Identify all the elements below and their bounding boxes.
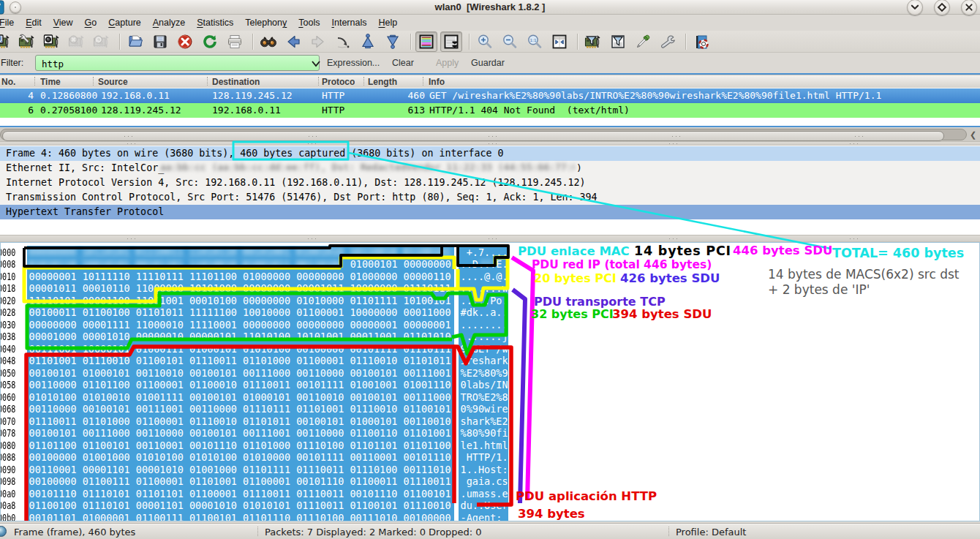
details-row-2[interactable]: Internet Protocol Version 4, Src: 192.16… (0, 176, 980, 190)
column-header-time[interactable]: Time (40, 77, 91, 87)
column-header-source[interactable]: Source (98, 77, 204, 87)
help-contents-button[interactable] (690, 31, 712, 52)
splitter-grip-dots (306, 143, 318, 145)
menu-statistics[interactable]: Statistics (191, 16, 239, 29)
colorize-button[interactable] (415, 31, 437, 52)
menu-file[interactable]: File (0, 16, 20, 29)
hex-row-0098[interactable]: 009800100000 01100111 01100001 01101001 … (1, 475, 980, 487)
hex-ascii: ........ (461, 319, 508, 331)
preferences-button[interactable] (657, 31, 679, 52)
packet-row-6[interactable]: 60.27058100128.119.245.12192.168.0.11HTT… (0, 103, 980, 118)
hex-row-0088[interactable]: 008800100000 01001000 01010100 01010100 … (1, 451, 980, 463)
hex-offset: 0008 (0, 258, 15, 270)
go-to-packet-button[interactable] (332, 31, 354, 52)
column-header-no[interactable]: No. (1, 77, 32, 87)
packet-list-hscrollbar[interactable]: ❮ (0, 128, 980, 141)
column-separator[interactable] (34, 77, 35, 86)
display-filters-button[interactable] (607, 31, 629, 52)
go-bottom-button[interactable] (382, 31, 404, 52)
expert-info-led[interactable] (0, 526, 7, 537)
hex-row-0060[interactable]: 006001010100 01010010 01001111 00100101 … (1, 391, 980, 403)
filter-clear-button[interactable]: Clear (392, 58, 414, 68)
close-capture-button[interactable] (174, 31, 196, 52)
go-back-button[interactable] (282, 31, 304, 52)
hex-row-00a0[interactable]: 00a000101110 01110101 01101101 01100001 … (1, 487, 980, 500)
capture-options-button[interactable] (16, 31, 38, 52)
capture-start-icon (43, 33, 61, 50)
hex-row-0008[interactable]: 000801010110 10010101 00101101 11010010 … (1, 257, 980, 270)
go-forward-button (307, 31, 329, 52)
menu-internals[interactable]: Internals (325, 16, 372, 29)
hex-row-0058[interactable]: 005800110000 01101100 01100001 01100010 … (1, 378, 980, 391)
hex-row-0000[interactable]: 000000000000 10110101 01110011 11010110 … (1, 246, 980, 258)
menu-capture[interactable]: Capture (102, 16, 146, 29)
hex-row-0080[interactable]: 008001101100 01100101 00110001 00101110 … (1, 439, 980, 451)
hex-row-0078[interactable]: 007800100101 00111000 00110000 00100101 … (1, 426, 980, 439)
column-separator[interactable] (93, 77, 94, 86)
column-separator[interactable] (363, 77, 364, 86)
auto-scroll-button[interactable] (440, 31, 462, 52)
hex-row-0038[interactable]: 003800001000 00001010 00000010 00000101 … (1, 330, 980, 342)
hex-row-0050[interactable]: 005000100101 01000101 00110010 00100101 … (1, 366, 980, 379)
filter-guardar-button[interactable]: Guardar (471, 58, 505, 68)
details-row-1[interactable]: Ethernet II, Src: IntelCor_aa:bb:cc (aa:… (0, 161, 980, 176)
close-button[interactable] (961, 0, 977, 15)
pane-splitter-lower[interactable] (0, 235, 980, 242)
menu-telephony[interactable]: Telephony (239, 16, 293, 29)
zoom-in-button[interactable] (474, 31, 496, 52)
hex-row-0040[interactable]: 004000111001 10000101 01000111 01000101 … (1, 342, 980, 355)
hex-row-0048[interactable]: 004801101001 01110010 01100101 01110011 … (1, 354, 980, 366)
column-separator[interactable] (423, 77, 423, 86)
list-interfaces-icon (0, 33, 11, 50)
menu-analyze[interactable]: Analyze (147, 16, 191, 29)
details-row-3[interactable]: Transmission Control Protocol, Src Port:… (0, 190, 980, 205)
print-button[interactable] (224, 31, 246, 52)
shade-button[interactable] (907, 0, 923, 15)
hex-row-0020[interactable]: 002011110101 00001100 11001001 00010100 … (1, 294, 980, 306)
maximize-button[interactable] (934, 0, 950, 15)
hex-row-00a8[interactable]: 00a801100100 01110101 00001101 00001010 … (1, 499, 980, 511)
capture-start-button[interactable] (41, 31, 63, 52)
packet-row-4[interactable]: 40.12860800192.168.0.11128.119.245.12HTT… (0, 88, 980, 103)
menu-edit[interactable]: Edit (20, 16, 48, 29)
details-row-0[interactable]: Frame 4: 460 bytes on wire (3680 bits), … (0, 146, 980, 161)
column-header-info[interactable]: Info (429, 77, 941, 87)
column-separator[interactable] (318, 77, 319, 86)
column-header-protocol[interactable]: Protocol (322, 77, 355, 87)
reload-button[interactable] (199, 31, 221, 52)
hex-row-0028[interactable]: 002800100011 01100100 01101011 11111100 … (1, 306, 980, 318)
details-row-4[interactable]: Hypertext Transfer Protocol (0, 205, 980, 219)
hscrollbar-trough[interactable] (0, 129, 967, 140)
zoom-100-button[interactable]: 1:1 (524, 31, 546, 52)
open-file-button[interactable] (124, 31, 146, 52)
shade-chevron-icon (908, 0, 922, 15)
hex-row-0030[interactable]: 003000000000 00001111 11000010 11110001 … (1, 318, 980, 331)
capture-filters-button[interactable] (582, 31, 604, 52)
menu-tools[interactable]: Tools (293, 16, 325, 29)
filter-input[interactable]: http (35, 55, 320, 71)
column-header-length[interactable]: Length (368, 77, 419, 87)
menu-go[interactable]: Go (79, 16, 103, 29)
hex-row-0068[interactable]: 006800110000 00100101 00111001 00110000 … (1, 402, 980, 415)
save-file-button[interactable] (149, 31, 171, 52)
menu-help[interactable]: Help (372, 16, 403, 29)
filter-dropdown-icon[interactable] (311, 60, 321, 67)
go-top-button[interactable] (357, 31, 379, 52)
resize-columns-button[interactable] (549, 31, 570, 52)
zoom-out-button[interactable] (499, 31, 521, 52)
list-interfaces-button[interactable] (0, 31, 13, 52)
column-header-destination[interactable]: Destination (212, 77, 314, 87)
filter-expression-button[interactable]: Expression... (327, 58, 380, 68)
scrollbar-grip-dots (853, 135, 864, 137)
hex-row-0018[interactable]: 001800001011 00010110 11000000 10101000 … (1, 282, 980, 294)
hex-row-0010[interactable]: 001000000001 10111110 11110111 11101100 … (1, 270, 980, 282)
hscrollbar-handle[interactable] (2, 131, 944, 141)
hscrollbar-left-stepper-icon[interactable]: ❮ (970, 130, 976, 140)
hex-row-0090[interactable]: 009000110001 00001101 00001010 01001000 … (1, 463, 980, 475)
menu-view[interactable]: View (48, 16, 79, 29)
hex-row-00b0[interactable]: 00b000101101 01000001 01100111 01100101 … (1, 511, 980, 522)
coloring-rules-button[interactable] (632, 31, 654, 52)
hex-row-0070[interactable]: 007001110011 01101000 01100001 01110010 … (1, 415, 980, 427)
find-packet-button[interactable] (257, 31, 279, 52)
column-separator[interactable] (207, 77, 208, 86)
